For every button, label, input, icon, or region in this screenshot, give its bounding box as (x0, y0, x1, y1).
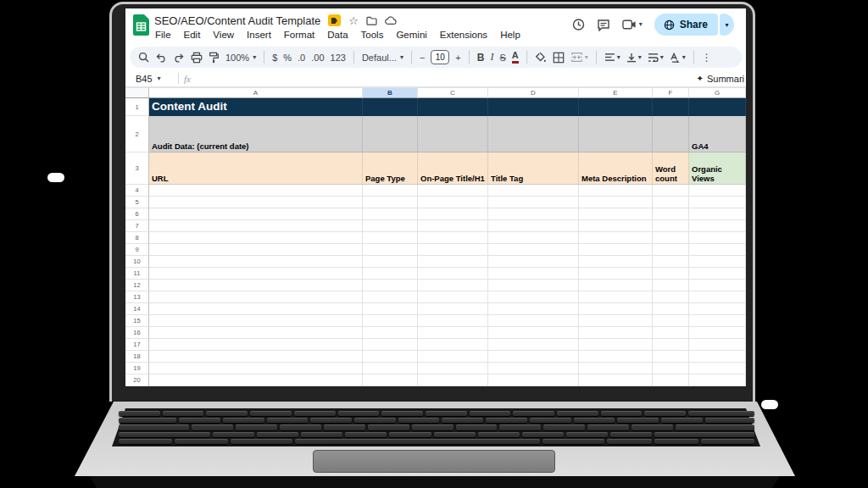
cell-C18[interactable] (418, 351, 488, 363)
cell-C19[interactable] (418, 363, 488, 374)
cell-G20[interactable] (689, 374, 746, 386)
row-header-13[interactable]: 13 (125, 291, 149, 303)
cell-D13[interactable] (488, 291, 579, 303)
cell-E9[interactable] (579, 244, 653, 256)
cell-B15[interactable] (363, 315, 418, 327)
cell-G4[interactable] (689, 185, 746, 197)
row-header-3[interactable]: 3 (125, 152, 149, 185)
cell-F14[interactable] (653, 303, 689, 315)
cell-A16[interactable] (149, 327, 363, 339)
cell-C15[interactable] (418, 315, 488, 327)
version-history-icon[interactable] (571, 18, 585, 31)
row-header-1[interactable]: 1 (125, 98, 149, 116)
cell-C1[interactable] (418, 98, 488, 116)
cell-F5[interactable] (653, 197, 689, 208)
cell-A6[interactable] (149, 208, 363, 220)
cell-B5[interactable] (363, 197, 418, 208)
cell-C10[interactable] (418, 256, 488, 268)
cell-A15[interactable] (149, 315, 363, 327)
cell-G13[interactable] (689, 291, 746, 303)
cell-A13[interactable] (149, 291, 363, 303)
cell-B9[interactable] (363, 244, 418, 256)
cell-D5[interactable] (488, 197, 579, 208)
document-title[interactable]: SEO/AEO/Content Audit Template (154, 14, 320, 27)
cell-G18[interactable] (689, 351, 746, 363)
cell-B19[interactable] (363, 363, 418, 374)
redo-icon[interactable] (173, 53, 185, 63)
search-icon[interactable] (138, 52, 149, 63)
cell-A4[interactable] (149, 185, 363, 197)
cell-E4[interactable] (579, 185, 653, 197)
cell-F17[interactable] (653, 339, 689, 351)
cell-D1[interactable] (488, 98, 579, 116)
cell-E7[interactable] (579, 220, 653, 232)
cell-B11[interactable] (363, 268, 418, 280)
cell-G16[interactable] (689, 327, 746, 339)
cell-D16[interactable] (488, 327, 579, 339)
column-header-E[interactable]: E (579, 87, 653, 98)
format-currency-button[interactable]: $ (272, 53, 277, 63)
cell-G17[interactable] (689, 339, 746, 351)
vertical-align-icon[interactable]: ▾ (626, 53, 642, 63)
cell-F12[interactable] (653, 280, 689, 291)
cell-D9[interactable] (488, 244, 579, 256)
row-header-16[interactable]: 16 (125, 327, 149, 339)
strikethrough-button[interactable]: S (499, 53, 505, 63)
italic-button[interactable]: I (490, 51, 493, 64)
cell-D18[interactable] (488, 351, 579, 363)
menu-item-view[interactable]: View (211, 29, 236, 41)
decrease-decimals-button[interactable]: .0 (298, 53, 305, 63)
menu-item-help[interactable]: Help (498, 29, 522, 41)
borders-icon[interactable] (553, 52, 565, 64)
cell-B8[interactable] (363, 232, 418, 244)
cell-F20[interactable] (653, 374, 689, 386)
cell-G12[interactable] (689, 280, 746, 291)
cell-A1[interactable]: Content Audit (149, 98, 363, 116)
cell-D8[interactable] (488, 232, 579, 244)
cell-E12[interactable] (579, 280, 653, 291)
cloud-status-icon[interactable] (385, 16, 397, 25)
column-header-D[interactable]: D (488, 87, 579, 98)
cell-G19[interactable] (689, 363, 746, 374)
cell-A3[interactable]: URL (149, 152, 363, 185)
row-header-15[interactable]: 15 (125, 315, 149, 327)
cell-C17[interactable] (418, 339, 488, 351)
cell-E8[interactable] (579, 232, 653, 244)
cell-C16[interactable] (418, 327, 488, 339)
row-header-20[interactable]: 20 (125, 374, 149, 386)
cell-F7[interactable] (653, 220, 689, 232)
row-header-14[interactable]: 14 (125, 303, 149, 315)
cell-A17[interactable] (149, 339, 363, 351)
cell-G8[interactable] (689, 232, 746, 244)
share-dropdown-button[interactable]: ▾ (720, 14, 734, 36)
cell-C7[interactable] (418, 220, 488, 232)
cell-B13[interactable] (363, 291, 418, 303)
cell-G2[interactable]: GA4 (689, 116, 746, 152)
sheets-logo-icon[interactable] (133, 14, 149, 36)
cell-F8[interactable] (653, 232, 689, 244)
cell-C11[interactable] (418, 268, 488, 280)
row-header-4[interactable]: 4 (125, 185, 149, 197)
cell-F3[interactable]: Word count (653, 152, 689, 185)
cell-E11[interactable] (579, 268, 653, 280)
star-icon[interactable]: ☆ (348, 15, 359, 26)
cell-D15[interactable] (488, 315, 579, 327)
cell-G15[interactable] (689, 315, 746, 327)
row-header-10[interactable]: 10 (125, 256, 149, 268)
summarize-button[interactable]: ✦ Summari (697, 74, 746, 84)
cell-E2[interactable] (579, 116, 653, 152)
cell-C3[interactable]: On-Page Title/H1 (418, 152, 488, 185)
cell-B6[interactable] (363, 208, 418, 220)
column-header-F[interactable]: F (653, 87, 689, 98)
cell-F10[interactable] (653, 256, 689, 268)
cell-D6[interactable] (488, 208, 579, 220)
cell-F9[interactable] (653, 244, 689, 256)
paint-format-icon[interactable] (209, 52, 220, 64)
cell-G5[interactable] (689, 197, 746, 208)
name-box[interactable]: B45 ▾ (125, 74, 173, 84)
font-select[interactable]: Defaul... ▾ (362, 53, 403, 63)
cell-B3[interactable]: Page Type (363, 152, 418, 185)
cell-B7[interactable] (363, 220, 418, 232)
cell-B12[interactable] (363, 280, 418, 291)
row-header-6[interactable]: 6 (125, 208, 149, 220)
